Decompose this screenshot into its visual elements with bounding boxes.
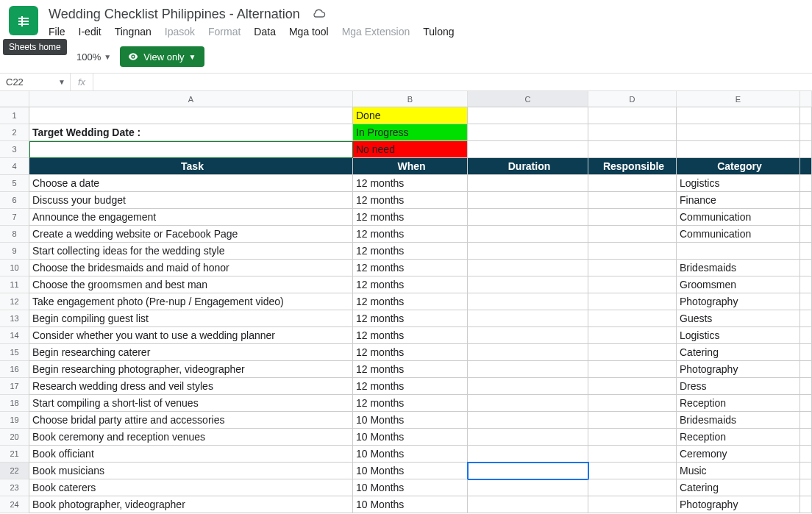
when-cell[interactable]: 10 Months xyxy=(353,463,468,479)
when-cell[interactable]: 12 months xyxy=(353,361,468,378)
row-header[interactable]: 8 xyxy=(0,226,29,243)
task-cell[interactable]: Consider whether you want to use a weddi… xyxy=(29,327,353,344)
duration-cell[interactable] xyxy=(468,395,588,412)
cell[interactable] xyxy=(588,107,677,124)
task-cell[interactable]: Choose the bridesmaids and maid of honor xyxy=(29,260,353,276)
cell[interactable] xyxy=(800,226,812,243)
duration-cell[interactable] xyxy=(468,429,588,446)
category-cell[interactable]: Communication xyxy=(677,226,800,243)
row-header[interactable]: 2 xyxy=(0,124,29,141)
col-header-A[interactable]: A xyxy=(29,91,353,107)
row-header[interactable]: 7 xyxy=(0,209,29,226)
cell[interactable] xyxy=(800,175,812,192)
menu-tools[interactable]: Mga tool xyxy=(289,26,329,38)
duration-cell[interactable] xyxy=(468,226,588,243)
when-cell[interactable]: 12 months xyxy=(353,226,468,243)
cell[interactable] xyxy=(588,124,677,141)
cell[interactable] xyxy=(800,463,812,479)
cell[interactable] xyxy=(800,209,812,226)
zoom-dropdown[interactable]: 100% ▼ xyxy=(76,51,111,63)
cell[interactable] xyxy=(588,141,677,158)
row-header[interactable]: 23 xyxy=(0,479,29,496)
when-cell[interactable]: 12 months xyxy=(353,327,468,344)
cell[interactable] xyxy=(800,429,812,446)
when-cell[interactable]: 12 months xyxy=(353,260,468,276)
target-wedding-date-value[interactable] xyxy=(29,141,353,158)
responsible-cell[interactable] xyxy=(588,496,677,513)
responsible-cell[interactable] xyxy=(588,209,677,226)
when-cell[interactable]: 10 Months xyxy=(353,479,468,496)
cell[interactable] xyxy=(800,158,812,175)
responsible-cell[interactable] xyxy=(588,429,677,446)
responsible-cell[interactable] xyxy=(588,479,677,496)
duration-cell[interactable] xyxy=(468,378,588,395)
responsible-cell[interactable] xyxy=(588,243,677,260)
row-header[interactable]: 1 xyxy=(0,107,29,124)
col-header-E[interactable]: E xyxy=(677,91,800,107)
formula-input[interactable] xyxy=(93,74,812,90)
duration-cell[interactable] xyxy=(468,243,588,260)
row-header[interactable]: 5 xyxy=(0,175,29,192)
responsible-cell[interactable] xyxy=(588,395,677,412)
when-cell[interactable]: 10 Months xyxy=(353,429,468,446)
row-header[interactable]: 16 xyxy=(0,361,29,378)
cell[interactable] xyxy=(800,260,812,276)
cell[interactable] xyxy=(677,107,800,124)
when-cell[interactable]: 12 months xyxy=(353,175,468,192)
task-cell[interactable]: Book musicians xyxy=(29,463,353,479)
cell[interactable] xyxy=(800,243,812,260)
row-header[interactable]: 13 xyxy=(0,310,29,327)
responsible-cell[interactable] xyxy=(588,192,677,209)
cell[interactable] xyxy=(800,124,812,141)
category-cell[interactable]: Communication xyxy=(677,209,800,226)
cell[interactable] xyxy=(800,395,812,412)
status-done[interactable]: Done xyxy=(353,107,468,124)
category-cell[interactable]: Logistics xyxy=(677,175,800,192)
task-cell[interactable]: Choose a date xyxy=(29,175,353,192)
responsible-cell[interactable] xyxy=(588,293,677,310)
cell[interactable] xyxy=(800,361,812,378)
task-cell[interactable]: Book photographer, videographer xyxy=(29,496,353,513)
cell[interactable] xyxy=(468,141,588,158)
category-cell[interactable]: Music xyxy=(677,463,800,479)
category-cell[interactable]: Logistics xyxy=(677,327,800,344)
row-header[interactable]: 19 xyxy=(0,412,29,429)
when-cell[interactable]: 12 months xyxy=(353,243,468,260)
category-cell[interactable]: Catering xyxy=(677,479,800,496)
menu-data[interactable]: Data xyxy=(254,26,276,38)
task-cell[interactable]: Start collecting ideas for the wedding s… xyxy=(29,243,353,260)
task-cell[interactable]: Begin researching caterer xyxy=(29,344,353,361)
category-cell[interactable]: Photography xyxy=(677,361,800,378)
responsible-cell[interactable] xyxy=(588,378,677,395)
menu-view[interactable]: Tingnan xyxy=(115,26,152,38)
category-cell[interactable]: Photography xyxy=(677,293,800,310)
cell[interactable] xyxy=(800,344,812,361)
when-cell[interactable]: 12 months xyxy=(353,395,468,412)
header-task[interactable]: Task xyxy=(29,158,353,175)
task-cell[interactable]: Book ceremony and reception venues xyxy=(29,429,353,446)
row-header[interactable]: 12 xyxy=(0,293,29,310)
task-cell[interactable]: Begin compiling guest list xyxy=(29,310,353,327)
responsible-cell[interactable] xyxy=(588,276,677,293)
cell[interactable] xyxy=(800,276,812,293)
cell[interactable] xyxy=(800,327,812,344)
when-cell[interactable]: 12 months xyxy=(353,192,468,209)
duration-cell[interactable] xyxy=(468,412,588,429)
cell[interactable] xyxy=(800,141,812,158)
menu-file[interactable]: File xyxy=(49,26,65,38)
col-header-C[interactable]: C xyxy=(468,91,588,107)
cell[interactable] xyxy=(468,124,588,141)
cell[interactable] xyxy=(29,107,353,124)
row-header[interactable]: 17 xyxy=(0,378,29,395)
target-wedding-date-label[interactable]: Target Wedding Date : xyxy=(29,124,353,141)
cell[interactable] xyxy=(800,293,812,310)
select-all-corner[interactable] xyxy=(0,91,29,107)
doc-title[interactable]: Wedding Checklist Philippines - Alternat… xyxy=(49,7,300,22)
sheets-logo[interactable] xyxy=(9,6,38,35)
category-cell[interactable]: Reception xyxy=(677,395,800,412)
responsible-cell[interactable] xyxy=(588,361,677,378)
responsible-cell[interactable] xyxy=(588,344,677,361)
task-cell[interactable]: Book officiant xyxy=(29,446,353,463)
cell[interactable] xyxy=(800,496,812,513)
duration-cell[interactable] xyxy=(468,463,588,479)
